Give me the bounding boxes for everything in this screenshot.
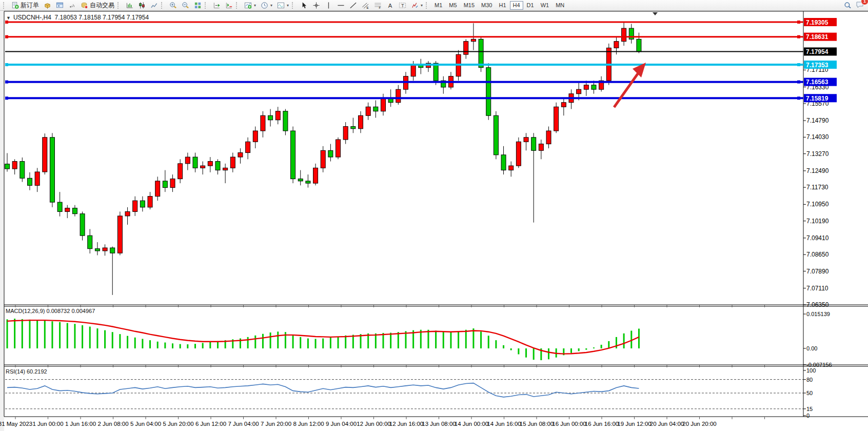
candle-body	[103, 248, 107, 251]
candle-body	[539, 144, 543, 151]
period-clock-button[interactable]: ▾	[258, 1, 274, 10]
time-label: 12 Jun 16:00	[389, 421, 424, 427]
search-button[interactable]	[841, 1, 854, 10]
cursor-tool-button[interactable]	[298, 1, 310, 10]
timeframe-mn[interactable]: MN	[553, 1, 567, 10]
time-label: 7 Jun 20:00	[261, 421, 291, 427]
crosshair-tool-button[interactable]	[310, 1, 322, 10]
timeframe-m1[interactable]: M1	[431, 1, 445, 10]
candle-body	[351, 127, 356, 129]
new-order-label: 新订单	[21, 1, 39, 10]
vertical-line-tool-button[interactable]	[322, 1, 334, 10]
fibonacci-tool-button[interactable]: F	[371, 1, 384, 10]
candlestick-chart-icon	[137, 1, 146, 9]
price-tag-label: 7.19305	[806, 19, 828, 26]
timeframe-toolbar: M1M5M15M30H1H4D1W1MN	[431, 1, 567, 10]
chevron-down-icon: ▾	[421, 3, 423, 8]
time-label: 8 Jun 12:00	[293, 421, 324, 427]
arrows-tool-button[interactable]: ▾	[408, 1, 425, 10]
candle-body	[215, 162, 220, 170]
price-tick-label: 7.12490	[806, 167, 829, 174]
auto-trading-label: 自动交易	[90, 1, 114, 10]
zoom-out-button[interactable]	[179, 1, 191, 10]
price-tick-label: 7.14030	[806, 133, 829, 141]
candle-body	[155, 181, 160, 197]
time-label: 12 Jun 00:00	[357, 421, 391, 427]
line-handle[interactable]	[797, 81, 800, 84]
chart-shift-icon	[212, 1, 221, 9]
terminal-window-button[interactable]	[53, 1, 66, 10]
candle-body	[622, 28, 626, 42]
time-label: 13 Jun 08:00	[422, 421, 456, 427]
signals-button[interactable]	[66, 1, 78, 10]
candle-body	[283, 111, 288, 131]
chevron-down-icon: ▾	[254, 3, 256, 8]
chart-canvas[interactable]: 7.171107.163307.155707.147907.140307.132…	[0, 0, 868, 431]
zoom-in-button[interactable]	[167, 1, 179, 10]
timeframe-m30[interactable]: M30	[478, 1, 495, 10]
search-icon	[843, 1, 852, 9]
line-handle[interactable]	[5, 63, 8, 66]
time-label: 5 Jun 20:00	[163, 421, 193, 427]
auto-scroll-button[interactable]	[223, 1, 235, 10]
line-handle[interactable]	[797, 63, 800, 66]
line-handle[interactable]	[5, 81, 8, 84]
chart-shift-button[interactable]	[210, 1, 223, 10]
time-label: 20 Jun 20:00	[682, 421, 717, 427]
candle-body	[268, 115, 273, 120]
bar-chart-button[interactable]	[123, 1, 135, 10]
time-label: 20 Jun 04:00	[650, 421, 684, 427]
line-chart-button[interactable]	[148, 1, 160, 10]
candle-body	[577, 89, 581, 94]
auto-trading-button[interactable]: 自动交易	[78, 1, 116, 10]
clock-icon	[260, 1, 268, 9]
svg-text:F: F	[379, 6, 381, 9]
timeframe-h1[interactable]: H1	[496, 1, 509, 10]
chevron-down-icon: ▾	[287, 3, 289, 8]
add-indicator-button[interactable]: ▾	[242, 1, 258, 10]
price-tag-label: 7.18631	[806, 33, 828, 41]
timeframe-m5[interactable]: M5	[446, 1, 460, 10]
candle-body	[80, 214, 85, 236]
template-button[interactable]: ▾	[274, 1, 291, 10]
candlestick-chart-button[interactable]	[135, 1, 148, 10]
price-tag-label: 7.15819	[806, 95, 828, 102]
zoom-in-icon	[169, 1, 177, 9]
horizontal-line-tool-button[interactable]	[334, 1, 347, 10]
zoom-out-icon	[181, 1, 189, 9]
candle-body	[298, 179, 303, 181]
cube-button[interactable]	[41, 1, 53, 10]
line-chart-icon	[150, 1, 158, 9]
price-tag-label: 7.17954	[806, 48, 828, 55]
candle-body	[27, 178, 32, 185]
chart-menu-triangle-icon[interactable]: ▼	[6, 15, 11, 21]
signal-icon	[68, 1, 76, 9]
candle-body	[170, 179, 175, 188]
channel-tool-button[interactable]: E	[359, 1, 371, 10]
line-handle[interactable]	[5, 35, 8, 38]
timeframe-h4[interactable]: H4	[510, 1, 523, 10]
template-icon	[277, 1, 285, 9]
tile-windows-button[interactable]	[191, 1, 204, 10]
toolbar-grip	[3, 2, 7, 9]
timeframe-w1[interactable]: W1	[538, 1, 553, 10]
line-handle[interactable]	[797, 35, 800, 38]
time-label: 14 Jun 16:00	[487, 421, 521, 427]
candle-body	[359, 115, 363, 129]
text-label-tool-button[interactable]: T	[396, 1, 408, 10]
rsi-tick-label: 80	[806, 377, 813, 383]
candle-body	[246, 142, 250, 152]
trendline-tool-button[interactable]	[347, 1, 359, 10]
candle-body	[208, 162, 212, 166]
toolbar-grip	[426, 2, 429, 9]
candle-body	[185, 157, 190, 164]
new-order-button[interactable]: 新订单	[9, 1, 41, 10]
line-handle[interactable]	[5, 96, 8, 100]
candle-body	[5, 164, 10, 169]
timeframe-d1[interactable]: D1	[524, 1, 537, 10]
line-handle[interactable]	[797, 96, 800, 100]
timeframe-m15[interactable]: M15	[461, 1, 478, 10]
line-handle[interactable]	[797, 21, 800, 24]
text-tool-button[interactable]: A	[384, 1, 396, 10]
left-gutter	[0, 11, 4, 431]
